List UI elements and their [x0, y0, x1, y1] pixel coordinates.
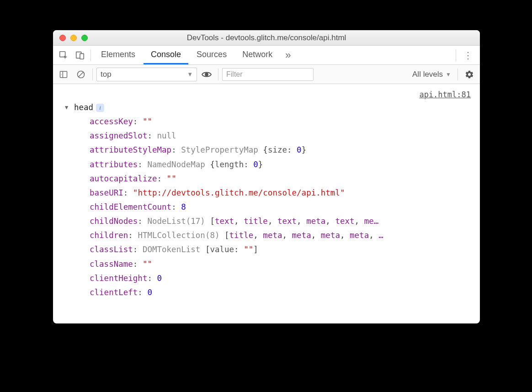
sidebar-toggle-icon[interactable] [56, 67, 71, 82]
property-key: clientHeight [90, 274, 147, 283]
divider [458, 69, 458, 80]
inspect-icon[interactable] [56, 48, 71, 63]
divider [90, 49, 91, 61]
property-key: children [90, 231, 128, 240]
property-value: "http://devtools.glitch.me/console/api.h… [133, 188, 345, 197]
divider [92, 69, 93, 80]
property-value: null [157, 131, 176, 140]
svg-rect-2 [80, 53, 84, 59]
property-key: className [90, 260, 133, 269]
kebab-menu-icon[interactable]: ⋮ [459, 50, 477, 61]
console-toolbar: top ▼ All levels ▼ [53, 65, 480, 84]
property-row[interactable]: ▶classList: DOMTokenList [value: ""] [90, 243, 472, 257]
property-value: 0 [147, 288, 152, 297]
svg-point-5 [205, 73, 208, 76]
close-window-button[interactable] [59, 35, 66, 41]
property-key: clientLeft [90, 288, 138, 297]
panel-tab-bar: Elements Console Sources Network » ⋮ [53, 46, 480, 65]
tab-network[interactable]: Network [235, 46, 280, 64]
property-type: DOMTokenList [143, 245, 205, 254]
traffic-lights [53, 35, 88, 41]
property-row: clientHeight: 0 [90, 271, 472, 286]
info-badge-icon[interactable]: i [96, 104, 104, 112]
tab-elements[interactable]: Elements [94, 46, 143, 64]
property-row[interactable]: ▶attributes: NamedNodeMap {length: 0} [90, 158, 472, 172]
property-type: NodeList(17) [147, 217, 210, 226]
property-type: StylePropertyMap [181, 145, 263, 154]
property-key: attributes [90, 160, 138, 169]
source-link[interactable]: api.html:81 [419, 88, 471, 101]
property-row: baseURI: "http://devtools.glitch.me/cons… [90, 186, 472, 200]
property-type: HTMLCollection(8) [138, 231, 224, 240]
property-key: accessKey [90, 117, 133, 126]
titlebar: DevTools - devtools.glitch.me/console/ap… [53, 30, 480, 46]
divider [218, 69, 218, 80]
tab-sources[interactable]: Sources [189, 46, 234, 64]
property-key: attributeStyleMap [90, 145, 171, 154]
property-value: "" [143, 260, 152, 269]
device-toggle-icon[interactable] [72, 48, 88, 63]
context-selector[interactable]: top ▼ [96, 68, 197, 81]
context-value: top [101, 70, 112, 79]
property-value: "" [143, 117, 152, 126]
property-key: baseURI [90, 188, 123, 197]
object-name: head [74, 101, 93, 115]
settings-gear-icon[interactable] [462, 67, 477, 82]
property-key: childNodes [90, 217, 138, 226]
live-expression-icon[interactable] [199, 68, 214, 81]
levels-label: All levels [412, 70, 443, 79]
property-value: "" [167, 174, 176, 183]
property-type: NamedNodeMap [147, 160, 210, 169]
console-output: api.html:81 ▼ head i accessKey: ""assign… [53, 84, 480, 323]
property-row: accessKey: "" [90, 115, 472, 129]
window-title: DevTools - devtools.glitch.me/console/ap… [53, 33, 480, 42]
divider [456, 49, 456, 61]
svg-rect-3 [60, 71, 67, 77]
object-header[interactable]: ▼ head i [65, 101, 472, 115]
zoom-window-button[interactable] [81, 35, 88, 41]
property-row: clientLeft: 0 [90, 286, 472, 300]
object-properties: accessKey: ""assignedSlot: null▶attribut… [90, 115, 472, 300]
property-row[interactable]: ▶attributeStyleMap: StylePropertyMap {si… [90, 143, 472, 157]
panel-tabs: Elements Console Sources Network » [94, 46, 295, 64]
property-row: autocapitalize: "" [90, 172, 472, 186]
disclosure-triangle-open-icon[interactable]: ▼ [65, 103, 71, 112]
property-row[interactable]: ▶childNodes: NodeList(17) [text, title, … [90, 214, 472, 228]
clear-console-icon[interactable] [73, 67, 89, 82]
property-value: 8 [181, 202, 186, 212]
property-key: assignedSlot [90, 131, 147, 140]
property-row: childElementCount: 8 [90, 200, 472, 214]
log-levels-selector[interactable]: All levels ▼ [410, 70, 454, 79]
property-key: childElementCount [90, 202, 171, 212]
more-tabs-button[interactable]: » [281, 46, 295, 64]
minimize-window-button[interactable] [70, 35, 77, 41]
filter-input[interactable] [222, 68, 314, 81]
property-row: assignedSlot: null [90, 129, 472, 143]
property-key: classList [90, 245, 133, 254]
property-row[interactable]: ▶children: HTMLCollection(8) [title, met… [90, 228, 472, 243]
logged-object: ▼ head i accessKey: ""assignedSlot: null… [65, 101, 472, 300]
devtools-window: DevTools - devtools.glitch.me/console/ap… [53, 30, 480, 323]
property-value: 0 [157, 274, 162, 283]
property-row: className: "" [90, 257, 472, 271]
property-key: autocapitalize [90, 174, 157, 183]
chevron-down-icon: ▼ [446, 71, 451, 78]
chevron-down-icon: ▼ [187, 71, 193, 78]
tab-console[interactable]: Console [144, 46, 188, 64]
